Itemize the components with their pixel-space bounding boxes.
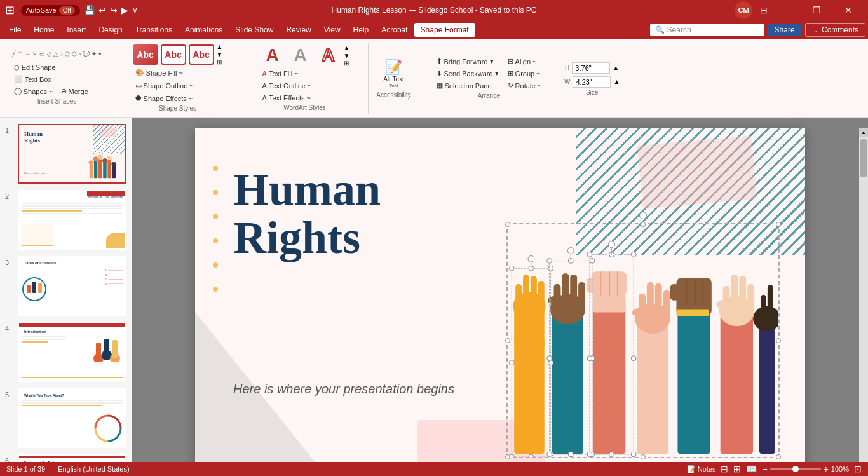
fit-slide-button[interactable]: ⊡ — [854, 464, 862, 474]
reading-view-icon[interactable]: 📖 — [746, 464, 757, 474]
shape-style-3[interactable]: Abc — [189, 44, 214, 65]
slide-canvas[interactable]: Human Rights Here is where your presenta… — [195, 128, 805, 462]
slide-preview-6[interactable]: Features of the Topic — [18, 454, 126, 462]
notes-button[interactable]: 📝 Notes — [687, 465, 716, 473]
shape-style-1[interactable]: Abc — [133, 44, 158, 65]
connector-icon[interactable]: ⤷ — [32, 50, 38, 60]
shape-styles-scroll-down[interactable]: ▼ — [217, 51, 223, 58]
slide-thumbnail-5[interactable]: 5 What is This Topic About? — [4, 387, 128, 449]
slide-preview-3[interactable]: Table of Contents 01 ──────── 02 ───────… — [18, 256, 126, 316]
slide-title[interactable]: Human Rights — [233, 166, 381, 262]
text-effects-button[interactable]: A Text Effects ~ — [260, 93, 313, 103]
rotation-handle[interactable] — [639, 212, 647, 219]
slide-thumbnail-6[interactable]: 6 Features of the Topic — [4, 453, 128, 462]
share-button[interactable]: Share — [768, 24, 801, 36]
comments-button[interactable]: 🗨 Comments — [805, 23, 865, 37]
height-input[interactable]: 3.76" — [572, 62, 610, 74]
slide-preview-4[interactable]: Introduction — [18, 322, 126, 382]
menu-acrobat[interactable]: Acrobat — [375, 23, 414, 37]
curve-icon[interactable]: ⌒ — [17, 50, 24, 60]
chevron-icon[interactable]: › — [78, 50, 81, 60]
slide-subtitle[interactable]: Here is where your presentation begins — [233, 382, 454, 397]
hexagon-icon[interactable]: ⬡ — [71, 50, 78, 60]
customize-icon[interactable]: ∨ — [132, 6, 138, 15]
wordart-more[interactable]: ⊞ — [344, 60, 350, 67]
slide-preview-2[interactable]: Contents of This Template — [18, 190, 126, 250]
width-input[interactable]: 4.23" — [573, 76, 611, 88]
selection-pane-button[interactable]: ▦ Selection Pane — [434, 80, 501, 91]
shape-styles-more[interactable]: ⊞ — [217, 58, 223, 65]
diamond-icon[interactable]: ◇ — [46, 50, 52, 60]
text-box-button[interactable]: ⬜ Text Box — [11, 74, 54, 85]
autosave-toggle[interactable]: AutoSave Off — [21, 5, 80, 16]
menu-slideshow[interactable]: Slide Show — [229, 23, 280, 37]
merge-shapes-button[interactable]: ⊕ Merge — [58, 86, 91, 97]
pentagon-icon[interactable]: ⬠ — [64, 50, 71, 60]
shape-effects-button[interactable]: ⬟ Shape Effects ~ — [133, 93, 196, 104]
scroll-thumb[interactable] — [860, 139, 867, 177]
shape-styles-scroll-up[interactable]: ▲ — [217, 43, 223, 50]
present-icon[interactable]: ▶ — [121, 5, 128, 15]
menu-design[interactable]: Design — [92, 23, 128, 37]
menu-home[interactable]: Home — [27, 23, 60, 37]
star-icon[interactable]: ★ — [91, 50, 97, 60]
minimize-button[interactable]: – — [770, 0, 799, 20]
zoom-out-button[interactable]: − — [762, 464, 767, 474]
save-icon[interactable]: 💾 — [84, 5, 95, 15]
edit-shape-button[interactable]: ⬡ Edit Shape — [11, 62, 58, 72]
close-button[interactable]: ✕ — [834, 0, 863, 20]
callout-icon[interactable]: 💬 — [82, 50, 90, 60]
wordart-scroll-up[interactable]: ▲ — [344, 44, 350, 51]
zoom-thumb[interactable] — [792, 466, 799, 472]
menu-review[interactable]: Review — [280, 23, 317, 37]
text-outline-button[interactable]: A Text Outline ~ — [260, 81, 315, 91]
rotate-button[interactable]: ↻ Rotate ~ — [505, 80, 545, 91]
menu-shape-format[interactable]: Shape Format — [414, 23, 475, 37]
menu-insert[interactable]: Insert — [60, 23, 92, 37]
align-button[interactable]: ⊟ Align ~ — [505, 56, 545, 67]
menu-transitions[interactable]: Transitions — [129, 23, 179, 37]
slide-preview-5[interactable]: What is This Topic About? — [18, 388, 126, 448]
shape-style-2[interactable]: Abc — [161, 44, 186, 65]
arrow-icon[interactable]: → — [24, 50, 31, 60]
menu-animations[interactable]: Animations — [179, 23, 229, 37]
ribbon-display-icon[interactable]: ⊟ — [760, 5, 768, 15]
menu-file[interactable]: File — [3, 23, 27, 37]
wordart-style-gray[interactable]: A — [288, 45, 313, 65]
menu-view[interactable]: View — [318, 23, 347, 37]
group-button[interactable]: ⊞ Group ~ — [505, 68, 545, 79]
normal-view-icon[interactable]: ⊟ — [721, 464, 728, 474]
triangle-icon[interactable]: △ — [53, 50, 58, 60]
shapes-dropdown-button[interactable]: ◯ Shapes ~ — [11, 86, 56, 97]
slide-thumbnail-2[interactable]: 2 Contents of This Template — [4, 189, 128, 251]
width-spin-up[interactable]: ▲ — [613, 78, 620, 85]
circle-icon[interactable]: ○ — [59, 50, 64, 60]
wordart-style-red[interactable]: A — [260, 45, 285, 65]
shape-fill-button[interactable]: 🎨 Shape Fill ~ — [133, 67, 186, 78]
slide-thumbnail-1[interactable]: 1 HumanRights Here is where your... — [4, 123, 128, 185]
height-spin-up[interactable]: ▲ — [613, 64, 619, 71]
zoom-in-button[interactable]: + — [824, 464, 829, 474]
slide-sorter-icon[interactable]: ⊞ — [733, 464, 741, 474]
scroll-up-button[interactable]: ▲ — [859, 128, 868, 137]
wordart-style-outline[interactable]: A — [316, 45, 341, 65]
vertical-scrollbar[interactable]: ▲ ▼ — [859, 128, 868, 462]
wordart-scroll-down[interactable]: ▼ — [344, 52, 350, 59]
text-fill-button[interactable]: A Text Fill ~ — [260, 69, 301, 79]
slide-preview-1[interactable]: HumanRights Here is where your... — [18, 124, 126, 184]
shape-outline-button[interactable]: ▭ Shape Outline ~ — [133, 80, 196, 91]
bring-forward-button[interactable]: ⬆ Bring Forward ▾ — [434, 56, 501, 67]
zoom-slider[interactable] — [770, 468, 821, 470]
undo-icon[interactable]: ↩ — [98, 5, 106, 15]
more-icon[interactable]: ▾ — [98, 50, 102, 60]
slide-thumbnail-4[interactable]: 4 Introduction — [4, 321, 128, 383]
alt-text-button[interactable]: 📝 Alt Text Text — [380, 57, 407, 90]
redo-icon[interactable]: ↪ — [110, 5, 118, 15]
hands-illustration[interactable] — [506, 223, 780, 458]
menu-help[interactable]: Help — [347, 23, 376, 37]
rect-icon[interactable]: ▭ — [39, 50, 46, 60]
send-backward-button[interactable]: ⬇ Send Backward ▾ — [434, 68, 501, 79]
line-icon[interactable]: ╱ — [11, 50, 16, 60]
restore-button[interactable]: ❐ — [802, 0, 831, 20]
slide-thumbnail-3[interactable]: 3 Table of Contents 01 ──────── — [4, 255, 128, 317]
